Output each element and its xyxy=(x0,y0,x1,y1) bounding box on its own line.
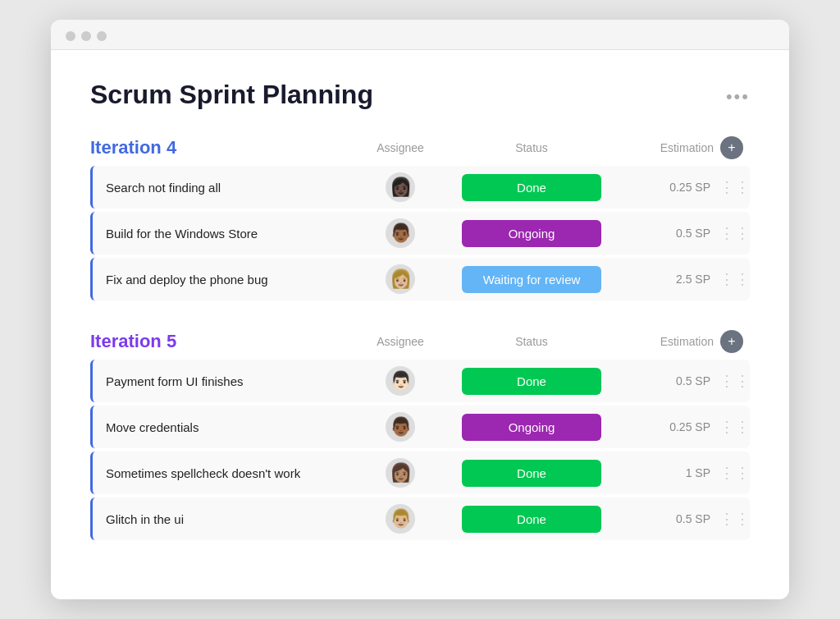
status-badge: Waiting for review xyxy=(462,266,601,293)
page-header: Scrum Sprint Planning ••• xyxy=(90,80,750,110)
col-header-status: Status xyxy=(450,335,614,348)
avatar: 👨🏼 xyxy=(386,504,415,534)
drag-handle[interactable]: ⋮⋮ xyxy=(720,270,750,288)
drag-dots-icon: ⋮⋮ xyxy=(719,372,751,390)
drag-handle[interactable]: ⋮⋮ xyxy=(720,464,750,482)
table-row[interactable]: Glitch in the ui👨🏼Done0.5 SP⋮⋮ xyxy=(90,497,750,540)
dot-2 xyxy=(81,31,91,41)
avatar: 👨🏻 xyxy=(386,366,415,396)
estimation-value: 1 SP xyxy=(614,466,720,479)
title-bar xyxy=(51,20,789,50)
dot-3 xyxy=(97,31,107,41)
status-cell: Done xyxy=(450,368,614,395)
add-task-button-2[interactable]: + xyxy=(720,330,743,353)
assignee-avatar: 👨🏾 xyxy=(351,218,450,248)
col-header-assignee: Assignee xyxy=(351,335,450,348)
task-name: Glitch in the ui xyxy=(93,501,351,538)
app-window: Scrum Sprint Planning ••• Iteration 4Ass… xyxy=(51,20,789,599)
page-title: Scrum Sprint Planning xyxy=(90,80,373,110)
assignee-avatar: 👩🏿 xyxy=(351,172,450,202)
drag-handle[interactable]: ⋮⋮ xyxy=(720,224,750,242)
drag-handle[interactable]: ⋮⋮ xyxy=(720,372,750,390)
estimation-value: 0.5 SP xyxy=(614,512,720,525)
iteration-title-2: Iteration 5 xyxy=(90,331,351,352)
estimation-value: 2.5 SP xyxy=(614,273,720,286)
more-menu-button[interactable]: ••• xyxy=(726,86,750,108)
iterations-container: Iteration 4AssigneeStatusEstimation+Sear… xyxy=(90,136,750,540)
status-badge: Ongoing xyxy=(462,414,601,441)
status-cell: Ongoing xyxy=(450,220,614,247)
status-cell: Ongoing xyxy=(450,414,614,441)
status-badge: Done xyxy=(462,368,601,395)
status-cell: Done xyxy=(450,174,614,201)
status-badge: Done xyxy=(462,506,601,533)
avatar: 👨🏾 xyxy=(386,218,415,248)
assignee-avatar: 👨🏼 xyxy=(351,504,450,534)
col-header-estimation: Estimation xyxy=(614,141,720,154)
assignee-avatar: 👨🏾 xyxy=(351,412,450,442)
task-name: Search not finding all xyxy=(93,169,351,206)
estimation-value: 0.5 SP xyxy=(614,374,720,387)
task-name: Build for the Windows Store xyxy=(93,215,351,252)
status-cell: Waiting for review xyxy=(450,266,614,293)
status-cell: Done xyxy=(450,506,614,533)
estimation-value: 0.5 SP xyxy=(614,227,720,240)
avatar: 👩🏿 xyxy=(386,172,415,202)
iteration-title-1: Iteration 4 xyxy=(90,137,351,158)
drag-handle[interactable]: ⋮⋮ xyxy=(720,178,750,196)
col-header-status: Status xyxy=(450,141,614,154)
drag-dots-icon: ⋮⋮ xyxy=(719,224,751,242)
iteration-section-1: Iteration 4AssigneeStatusEstimation+Sear… xyxy=(90,136,750,300)
avatar: 👩🏼 xyxy=(386,264,415,294)
status-badge: Done xyxy=(462,174,601,201)
dot-1 xyxy=(66,31,75,41)
avatar: 👩🏽 xyxy=(386,458,415,488)
table-row[interactable]: Fix and deploy the phone bug👩🏼Waiting fo… xyxy=(90,258,750,300)
drag-dots-icon: ⋮⋮ xyxy=(719,464,751,482)
col-header-assignee: Assignee xyxy=(351,141,450,154)
main-content: Scrum Sprint Planning ••• Iteration 4Ass… xyxy=(51,50,789,599)
estimation-value: 0.25 SP xyxy=(614,181,720,194)
status-badge: Done xyxy=(462,460,601,487)
task-name: Sometimes spellcheck doesn't work xyxy=(93,455,351,492)
assignee-avatar: 👩🏽 xyxy=(351,458,450,488)
status-badge: Ongoing xyxy=(462,220,601,247)
avatar: 👨🏾 xyxy=(386,412,415,442)
task-name: Move credentials xyxy=(93,409,351,446)
table-row[interactable]: Payment form UI finishes👨🏻Done0.5 SP⋮⋮ xyxy=(90,360,750,402)
drag-handle[interactable]: ⋮⋮ xyxy=(720,418,750,436)
table-row[interactable]: Sometimes spellcheck doesn't work👩🏽Done1… xyxy=(90,452,750,494)
table-row[interactable]: Search not finding all👩🏿Done0.25 SP⋮⋮ xyxy=(90,166,750,209)
drag-dots-icon: ⋮⋮ xyxy=(719,510,751,528)
drag-dots-icon: ⋮⋮ xyxy=(719,418,751,436)
task-name: Payment form UI finishes xyxy=(93,363,351,400)
task-name: Fix and deploy the phone bug xyxy=(93,261,351,298)
assignee-avatar: 👨🏻 xyxy=(351,366,450,396)
assignee-avatar: 👩🏼 xyxy=(351,264,450,294)
table-row[interactable]: Move credentials👨🏾Ongoing0.25 SP⋮⋮ xyxy=(90,406,750,448)
iteration-header-2: Iteration 5AssigneeStatusEstimation+ xyxy=(90,330,750,353)
status-cell: Done xyxy=(450,460,614,487)
drag-handle[interactable]: ⋮⋮ xyxy=(720,510,750,528)
drag-dots-icon: ⋮⋮ xyxy=(719,270,751,288)
drag-dots-icon: ⋮⋮ xyxy=(719,178,751,196)
table-row[interactable]: Build for the Windows Store👨🏾Ongoing0.5 … xyxy=(90,212,750,254)
iteration-section-2: Iteration 5AssigneeStatusEstimation+Paym… xyxy=(90,330,750,540)
estimation-value: 0.25 SP xyxy=(614,420,720,433)
col-header-estimation: Estimation xyxy=(614,335,720,348)
add-task-button-1[interactable]: + xyxy=(720,136,743,159)
iteration-header-1: Iteration 4AssigneeStatusEstimation+ xyxy=(90,136,750,159)
